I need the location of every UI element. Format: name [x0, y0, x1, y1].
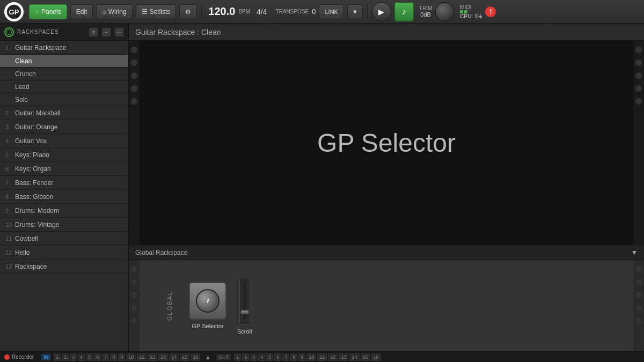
midi-out-ch-10[interactable]: 10 [306, 353, 316, 361]
global-right-btn-2[interactable] [635, 278, 642, 286]
midi-ch-5[interactable]: 5 [86, 353, 93, 361]
variation-solo[interactable]: Solo [0, 93, 128, 106]
midi-ch-11[interactable]: 11 [137, 353, 147, 361]
rackspace-item-11[interactable]: 11 Cowbell [0, 232, 128, 246]
global-left-btn-2[interactable] [130, 278, 138, 286]
rackspace-item-5[interactable]: 5 Keys: Piano [0, 148, 128, 162]
global-left-btn-1[interactable] [130, 265, 138, 273]
global-right-btn-5[interactable] [635, 317, 642, 324]
scroll-fader[interactable] [239, 277, 250, 325]
midi-ch-10[interactable]: 10 [126, 353, 136, 361]
main-layout: RACKSPACES + - ··· 1 Guitar Rackspace Cl… [0, 24, 644, 351]
rackspace-item-3[interactable]: 3 Guitar: Orange [0, 120, 128, 134]
dropdown-arrow-button[interactable]: ▼ [347, 4, 363, 19]
midi-out-ch-14[interactable]: 14 [349, 353, 359, 361]
wiring-button[interactable]: ⌂ Wiring [96, 4, 132, 19]
rackspace-item-2[interactable]: 2 Guitar: Marshall [0, 106, 128, 120]
rackspace-item-8[interactable]: 8 Bass: Gibson [0, 190, 128, 204]
setlists-button[interactable]: ☰ Setlists [136, 4, 177, 19]
more-rackspace-button[interactable]: ··· [114, 27, 124, 37]
play-button[interactable]: ▶ [372, 2, 391, 21]
variation-crunch[interactable]: Crunch [0, 68, 128, 80]
master-volume-knob[interactable] [435, 2, 455, 21]
rackspace-item-10[interactable]: 10 Drums: Vintage [0, 218, 128, 232]
rack-left-btn-5[interactable] [130, 98, 138, 105]
tools-button[interactable]: ⚙ [179, 4, 197, 19]
add-rackspace-button[interactable]: + [89, 27, 98, 37]
tools-icon: ⚙ [185, 8, 191, 16]
midi-ch-14[interactable]: 14 [169, 353, 179, 361]
edit-button[interactable]: Edit [70, 4, 93, 19]
midi-ch-2[interactable]: 2 [62, 353, 69, 361]
global-collapse-arrow[interactable]: ▼ [631, 249, 638, 256]
fader-handle[interactable] [240, 310, 249, 314]
midi-out-ch-5[interactable]: 5 [266, 353, 273, 361]
midi-out-ch-3[interactable]: 3 [250, 353, 257, 361]
rack-left-btn-1[interactable] [130, 46, 138, 54]
gp-selector-knob[interactable] [196, 289, 219, 313]
variation-clean[interactable]: Clean [0, 55, 128, 68]
rack-right-btn-2[interactable] [635, 59, 642, 67]
midi-ch-3[interactable]: 3 [70, 353, 77, 361]
variation-lead[interactable]: Lead [0, 80, 128, 93]
global-left-btn-3[interactable] [130, 291, 138, 299]
rackspace-item-7[interactable]: 7 Bass: Fender [0, 176, 128, 190]
midi-out-ch-1[interactable]: 1 [234, 353, 241, 361]
midi-out-ch-6[interactable]: 6 [274, 353, 281, 361]
gp-selector-plugin-icon[interactable] [189, 282, 226, 320]
midi-out-ch-9[interactable]: 9 [298, 353, 305, 361]
global-right-btn-1[interactable] [635, 265, 642, 273]
rackspace-num-2: 2 [5, 110, 15, 116]
midi-out-ch-15[interactable]: 15 [361, 353, 370, 361]
link-button[interactable]: LINK [319, 4, 343, 19]
sidebar: RACKSPACES + - ··· 1 Guitar Rackspace Cl… [0, 24, 129, 351]
midi-ch-1[interactable]: 1 [54, 353, 61, 361]
midi-ch-8[interactable]: 8 [110, 353, 117, 361]
cpu-label: CPU: [460, 13, 473, 19]
rack-right-btn-3[interactable] [635, 72, 642, 79]
rack-left-btn-4[interactable] [130, 85, 138, 92]
midi-out-ch-12[interactable]: 12 [328, 353, 338, 361]
rackspace-item-6[interactable]: 6 Keys: Organ [0, 162, 128, 176]
midi-ch-4[interactable]: 4 [78, 353, 85, 361]
midi-ch-16[interactable]: 16 [191, 353, 200, 361]
global-right-btn-3[interactable] [635, 291, 642, 299]
rackspace-item-9[interactable]: 9 Drums: Modern [0, 204, 128, 218]
midi-ch-12[interactable]: 12 [148, 353, 157, 361]
global-left-btn-5[interactable] [130, 317, 138, 324]
setlists-label: Setlists [150, 8, 171, 16]
midi-out-ch-4[interactable]: 4 [258, 353, 265, 361]
global-right-btn-4[interactable] [635, 304, 642, 312]
rackspace-item-13[interactable]: 13 Rackspace [0, 260, 128, 274]
rack-right-btn-1[interactable] [635, 46, 642, 54]
rackspace-name-2: Guitar: Marshall [15, 109, 61, 117]
panels-button[interactable]: Panels [29, 4, 67, 19]
midi-ch-7[interactable]: 7 [102, 353, 109, 361]
rack-right-btn-4[interactable] [635, 85, 642, 92]
midi-ch-13[interactable]: 13 [158, 353, 168, 361]
rackspace-item-4[interactable]: 4 Guitar: Vox [0, 134, 128, 148]
midi-ch-9[interactable]: 9 [118, 353, 125, 361]
global-left-buttons [129, 260, 140, 351]
midi-ch-15[interactable]: 15 [180, 353, 189, 361]
midi-out-ch-11[interactable]: 11 [317, 353, 327, 361]
midi-out-ch-16[interactable]: 16 [371, 353, 381, 361]
midi-ch-6[interactable]: 6 [94, 353, 101, 361]
rackspace-name-4: Guitar: Vox [15, 137, 47, 145]
rack-left-btn-3[interactable] [130, 72, 138, 79]
midi-out-ch-7[interactable]: 7 [282, 353, 289, 361]
midi-out-ch-2[interactable]: 2 [242, 353, 249, 361]
rackspace-item-12[interactable]: 12 Hello [0, 246, 128, 260]
trim-section: TRIM 0dB [419, 5, 432, 18]
rack-right-btn-5[interactable] [635, 98, 642, 105]
tuner-button[interactable]: ♪ [394, 2, 414, 21]
rackspace-item-1[interactable]: 1 Guitar Rackspace [0, 41, 128, 55]
remove-rackspace-button[interactable]: - [101, 27, 111, 37]
variation-solo-label: Solo [15, 96, 28, 104]
rackspace-name-11: Cowbell [15, 235, 38, 242]
midi-out-ch-8[interactable]: 8 [290, 353, 297, 361]
bpm-value: 120.0 [208, 5, 235, 18]
global-left-btn-4[interactable] [130, 304, 138, 312]
rack-left-btn-2[interactable] [130, 59, 138, 67]
midi-out-ch-13[interactable]: 13 [339, 353, 348, 361]
